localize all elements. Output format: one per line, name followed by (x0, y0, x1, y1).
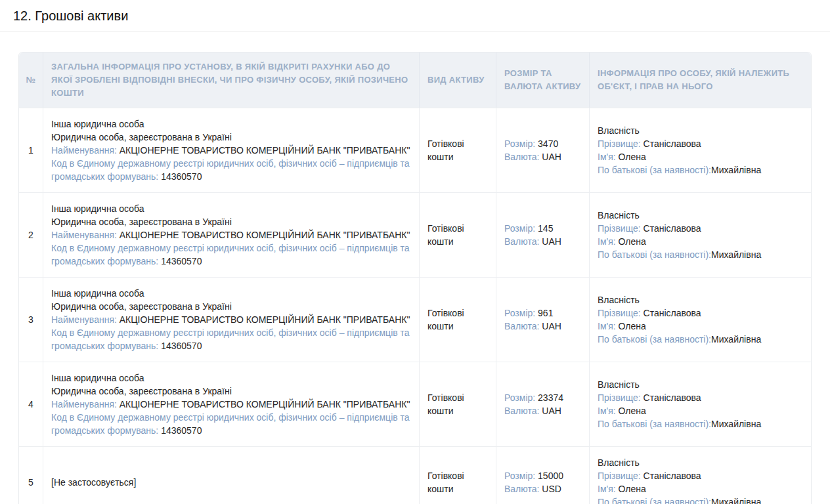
entity-name-label: Найменування: (51, 145, 117, 156)
first-name-value: Олена (619, 236, 646, 247)
row-number-cell: 4 (19, 362, 43, 446)
entity-name: АКЦІОНЕРНЕ ТОВАРИСТВО КОМЕРЦІЙНИЙ БАНК "… (120, 145, 410, 156)
asset-type: Готівкові кошти (427, 392, 464, 416)
entity-type: Інша юридична особа (51, 288, 144, 299)
entity-type: Інша юридична особа (51, 373, 144, 383)
surname-label: Прізвище: (598, 223, 641, 234)
amount-cell: Розмір: 961 Валюта: UAH (496, 278, 590, 362)
owner-info-cell: Власність Прізвище: Станіславова Ім'я: О… (590, 447, 811, 504)
currency-value: UAH (542, 406, 561, 416)
registry-code: 14360570 (161, 256, 202, 266)
right-type: Власність (598, 125, 640, 136)
currency-label: Валюта: (504, 484, 539, 494)
first-name-label: Ім'я: (598, 321, 616, 331)
patronymic-label: По батькові (за наявності): (598, 165, 711, 175)
patronymic-value: Михайлівна (711, 419, 761, 429)
registry-code-label: Код в Єдиному державному реєстрі юридичн… (51, 158, 410, 182)
first-name-label: Ім'я: (598, 152, 616, 162)
right-type: Власність (598, 379, 640, 390)
row-number-cell: 3 (19, 278, 43, 362)
surname-value: Станіславова (644, 392, 701, 403)
amount-cell: Розмір: 3470 Валюта: UAH (496, 108, 590, 192)
first-name-value: Олена (619, 406, 646, 416)
table-row: 5 Найменування: Код в Єдиному державному… (19, 446, 811, 504)
institution-info-cell: Інша юридична особа Юридична особа, заре… (43, 108, 420, 192)
entity-name-label: Найменування: (51, 399, 117, 410)
size-value: 3470 (538, 138, 558, 149)
surname-value: Станіславова (644, 471, 701, 481)
registry-code-label: Код в Єдиному державному реєстрі юридичн… (51, 327, 410, 351)
surname-label: Прізвище: (598, 392, 641, 403)
table-body: 1 Інша юридична особа Юридична особа, за… (19, 108, 811, 504)
registry-code-label: Код в Єдиному державному реєстрі юридичн… (51, 412, 410, 436)
row-number: 3 (28, 313, 33, 326)
owner-info-cell: Власність Прізвище: Станіславова Ім'я: О… (590, 362, 811, 446)
owner-info-cell: Власність Прізвище: Станіславова Ім'я: О… (590, 278, 811, 362)
size-value: 145 (538, 223, 553, 234)
entity-registration: Юридична особа, зареєстрована в Україні (51, 217, 232, 227)
patronymic-label: По батькові (за наявності): (598, 249, 711, 260)
patronymic-label: По батькові (за наявності): (598, 419, 711, 429)
asset-type: Готівкові кошти (427, 471, 464, 494)
size-value: 23374 (538, 392, 563, 403)
institution-info-cell: Інша юридична особа Юридична особа, заре… (43, 362, 420, 446)
entity-registration: Юридична особа, зареєстрована в Україні (51, 301, 232, 312)
asset-type-cell: Готівкові кошти (420, 278, 496, 362)
not-applicable-text: [Не застосовується] (51, 477, 136, 488)
entity-name-label: Найменування: (51, 314, 117, 325)
surname-label: Прізвище: (598, 308, 641, 318)
first-name-label: Ім'я: (598, 406, 616, 416)
size-label: Розмір: (504, 392, 535, 403)
table-row: 1 Інша юридична особа Юридична особа, за… (19, 108, 811, 192)
currency-value: UAH (542, 152, 561, 162)
section-header: 12. Грошові активи (0, 0, 830, 32)
asset-type-cell: Готівкові кошти (420, 447, 496, 504)
institution-info-cell: Інша юридична особа Юридична особа, заре… (43, 278, 420, 362)
size-label: Розмір: (504, 223, 535, 234)
table-row: 2 Інша юридична особа Юридична особа, за… (19, 192, 811, 277)
entity-type: Інша юридична особа (51, 203, 144, 214)
first-name-label: Ім'я: (598, 484, 616, 494)
currency-value: USD (542, 484, 561, 494)
registry-code: 14360570 (161, 341, 202, 351)
registry-code-label: Код в Єдиному державному реєстрі юридичн… (51, 243, 410, 266)
institution-info-cell: Найменування: Код в Єдиному державному р… (43, 447, 420, 504)
patronymic-value: Михайлівна (711, 165, 761, 175)
patronymic-value: Михайлівна (711, 497, 761, 504)
col-header-owner-info: ІНФОРМАЦІЯ ПРО ОСОБУ, ЯКІЙ НАЛЕЖИТЬ ОБ'Є… (590, 52, 811, 108)
asset-type-cell: Готівкові кошти (420, 193, 496, 277)
entity-registration: Юридична особа, зареєстрована в Україні (51, 132, 232, 142)
institution-info-cell: Інша юридична особа Юридична особа, заре… (43, 193, 420, 277)
patronymic-value: Михайлівна (711, 334, 761, 345)
currency-label: Валюта: (504, 406, 539, 416)
owner-info-cell: Власність Прізвище: Станіславова Ім'я: О… (590, 193, 811, 277)
first-name-value: Олена (619, 484, 646, 494)
first-name-value: Олена (619, 152, 646, 162)
entity-registration: Юридична особа, зареєстрована в Україні (51, 386, 232, 396)
monetary-assets-table: № ЗАГАЛЬНА ІНФОРМАЦІЯ ПРО УСТАНОВУ, В ЯК… (18, 52, 812, 504)
surname-value: Станіславова (644, 138, 701, 149)
amount-cell: Розмір: 15000 Валюта: USD (496, 447, 590, 504)
currency-value: UAH (542, 236, 561, 247)
entity-name: АКЦІОНЕРНЕ ТОВАРИСТВО КОМЕРЦІЙНИЙ БАНК "… (120, 230, 410, 240)
currency-label: Валюта: (504, 236, 539, 247)
content: № ЗАГАЛЬНА ІНФОРМАЦІЯ ПРО УСТАНОВУ, В ЯК… (0, 32, 830, 504)
size-value: 15000 (538, 471, 563, 481)
currency-label: Валюта: (504, 152, 539, 162)
row-number-cell: 1 (19, 108, 43, 192)
size-label: Розмір: (504, 308, 535, 318)
page-title: 12. Грошові активи (13, 9, 128, 24)
entity-type: Інша юридична особа (51, 119, 144, 129)
amount-cell: Розмір: 23374 Валюта: UAH (496, 362, 590, 446)
currency-label: Валюта: (504, 321, 539, 331)
asset-type: Готівкові кошти (427, 308, 464, 331)
patronymic-value: Михайлівна (711, 249, 761, 260)
row-number: 1 (28, 144, 33, 157)
row-number: 5 (28, 476, 33, 489)
asset-type-cell: Готівкові кошти (420, 362, 496, 446)
table-header-row: № ЗАГАЛЬНА ІНФОРМАЦІЯ ПРО УСТАНОВУ, В ЯК… (19, 52, 811, 108)
entity-name: АКЦІОНЕРНЕ ТОВАРИСТВО КОМЕРЦІЙНИЙ БАНК "… (120, 314, 410, 325)
right-type: Власність (598, 457, 640, 468)
entity-name-label: Найменування: (51, 230, 117, 240)
surname-label: Прізвище: (598, 138, 641, 149)
